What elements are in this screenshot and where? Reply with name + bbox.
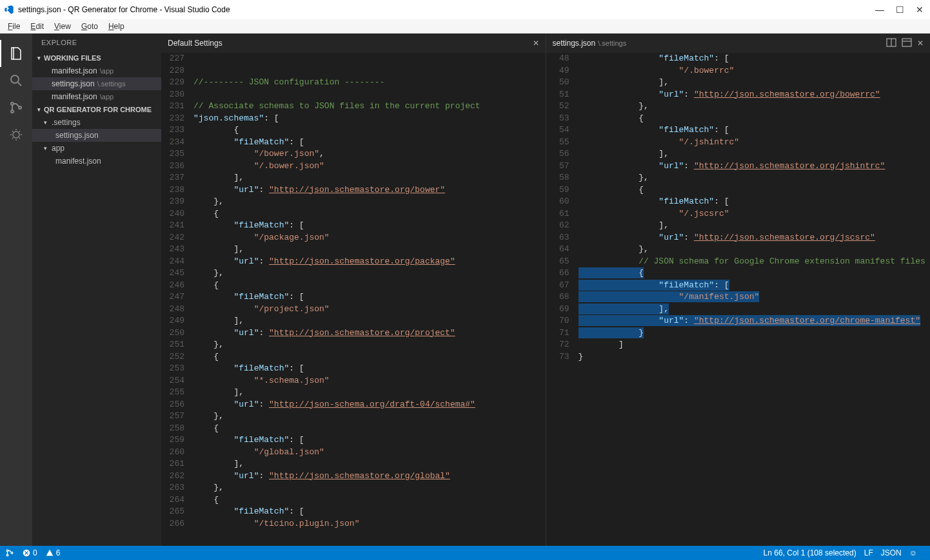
close-tab-button[interactable]: ✕ — [917, 39, 924, 48]
git-icon[interactable] — [0, 94, 32, 121]
title-bar: settings.json - QR Generator for Chrome … — [0, 0, 930, 19]
minimize-button[interactable]: — — [875, 5, 884, 15]
feedback-icon[interactable]: ☺ — [909, 548, 917, 557]
section-header[interactable]: ▾ QR GENERATOR FOR CHROME — [32, 103, 161, 116]
editor-group: Default Settings ✕ 227228229230231232233… — [161, 34, 930, 546]
svg-point-1 — [11, 102, 14, 105]
working-file[interactable]: settings.json\.settings — [32, 77, 161, 90]
window-controls: — ☐ ✕ — [875, 5, 926, 15]
language-mode[interactable]: JSON — [881, 548, 902, 557]
working-file[interactable]: manifest.json\app — [32, 64, 161, 77]
svg-point-3 — [19, 106, 21, 109]
cursor-position[interactable]: Ln 66, Col 1 (108 selected) — [764, 548, 856, 557]
warnings-count: 6 — [56, 548, 61, 557]
right-code[interactable]: "fileMatch": [ "/.bowerrc" ], "url": "ht… — [579, 53, 931, 546]
vscode-logo-icon — [4, 5, 14, 15]
left-code[interactable]: //-------- JSON configuration -------- /… — [193, 53, 546, 546]
right-tab-path: \.settings — [598, 39, 626, 47]
eol-indicator[interactable]: LF — [864, 548, 873, 557]
split-editor-button[interactable] — [886, 37, 896, 50]
left-code-area[interactable]: 2272282292302312322332342352362372382392… — [161, 53, 546, 546]
right-tab-row: settings.json \.settings ✕ — [546, 34, 931, 53]
svg-rect-6 — [902, 39, 911, 46]
debug-icon[interactable] — [0, 121, 32, 148]
menu-help[interactable]: Help — [103, 21, 130, 32]
menu-goto[interactable]: Goto — [76, 21, 103, 32]
maximize-button[interactable]: ☐ — [896, 5, 904, 15]
sidebar-title: EXPLORE — [32, 34, 161, 52]
svg-point-4 — [13, 131, 19, 138]
svg-point-7 — [6, 550, 8, 552]
left-gutter: 2272282292302312322332342352362372382392… — [161, 53, 193, 546]
svg-point-2 — [11, 110, 14, 113]
folder-item[interactable]: ▾ .settings — [32, 116, 161, 129]
svg-point-0 — [11, 75, 19, 83]
close-tab-button[interactable]: ✕ — [533, 39, 539, 48]
more-actions-button[interactable] — [902, 37, 912, 50]
folder-item[interactable]: ▾ app — [32, 142, 161, 155]
errors-count: 0 — [33, 548, 37, 557]
right-editor-pane: settings.json \.settings ✕ 4849505152535… — [546, 34, 931, 546]
files-icon[interactable] — [0, 40, 32, 67]
explorer-sidebar: EXPLORE ▾ WORKING FILESmanifest.json\app… — [32, 34, 161, 546]
left-editor-pane: Default Settings ✕ 227228229230231232233… — [161, 34, 546, 546]
left-tab-title[interactable]: Default Settings — [168, 39, 223, 48]
menu-bar: FileEditViewGotoHelp — [0, 19, 930, 34]
close-button[interactable]: ✕ — [916, 5, 924, 15]
right-code-area[interactable]: 4849505152535455565758596061626364656667… — [546, 53, 931, 546]
git-status[interactable] — [5, 548, 14, 557]
warnings-status[interactable]: 6 — [45, 548, 61, 557]
file-item[interactable]: manifest.json — [32, 155, 161, 168]
right-gutter: 4849505152535455565758596061626364656667… — [546, 53, 579, 546]
section-header[interactable]: ▾ WORKING FILES — [32, 52, 161, 64]
menu-edit[interactable]: Edit — [25, 21, 49, 32]
left-tab-row: Default Settings ✕ — [161, 34, 546, 53]
menu-file[interactable]: File — [3, 21, 25, 32]
main-area: EXPLORE ▾ WORKING FILESmanifest.json\app… — [0, 34, 930, 546]
errors-status[interactable]: 0 — [22, 548, 37, 557]
window-title: settings.json - QR Generator for Chrome … — [18, 5, 875, 14]
search-icon[interactable] — [0, 67, 32, 94]
right-tab-title[interactable]: settings.json — [553, 39, 596, 48]
svg-point-8 — [6, 554, 8, 556]
menu-view[interactable]: View — [49, 21, 76, 32]
activity-bar — [0, 34, 32, 546]
working-file[interactable]: manifest.json\app — [32, 90, 161, 103]
file-item[interactable]: settings.json — [32, 129, 161, 142]
status-bar: 0 6 Ln 66, Col 1 (108 selected) LF JSON … — [0, 546, 930, 560]
